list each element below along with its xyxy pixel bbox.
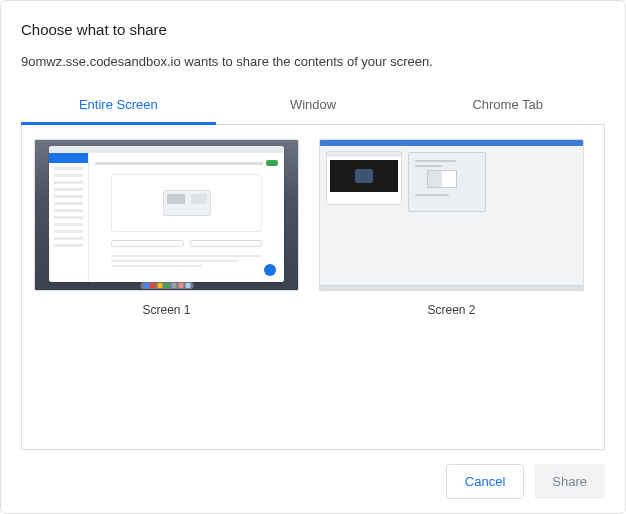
screen-option-2[interactable]: Screen 2 (319, 139, 584, 317)
tab-chrome-tab[interactable]: Chrome Tab (410, 87, 605, 124)
screen-2-thumbnail (319, 139, 584, 291)
tab-label: Entire Screen (79, 97, 158, 112)
dialog-title: Choose what to share (21, 21, 605, 38)
share-type-tabs: Entire Screen Window Chrome Tab (21, 87, 605, 125)
screen-1-thumbnail (34, 139, 299, 291)
tab-label: Window (290, 97, 336, 112)
tab-label: Chrome Tab (472, 97, 543, 112)
screen-2-label: Screen 2 (427, 303, 475, 317)
tab-window[interactable]: Window (216, 87, 411, 124)
share-button[interactable]: Share (534, 464, 605, 499)
screen-share-dialog: Choose what to share 9omwz.sse.codesandb… (0, 0, 626, 514)
cancel-button[interactable]: Cancel (446, 464, 524, 499)
screen-options-panel: Screen 1 Screen 2 (21, 125, 605, 450)
screen-1-label: Screen 1 (142, 303, 190, 317)
tab-entire-screen[interactable]: Entire Screen (21, 87, 216, 124)
dialog-footer: Cancel Share (21, 450, 605, 499)
screen-option-1[interactable]: Screen 1 (34, 139, 299, 317)
dialog-message: 9omwz.sse.codesandbox.io wants to share … (21, 54, 605, 69)
